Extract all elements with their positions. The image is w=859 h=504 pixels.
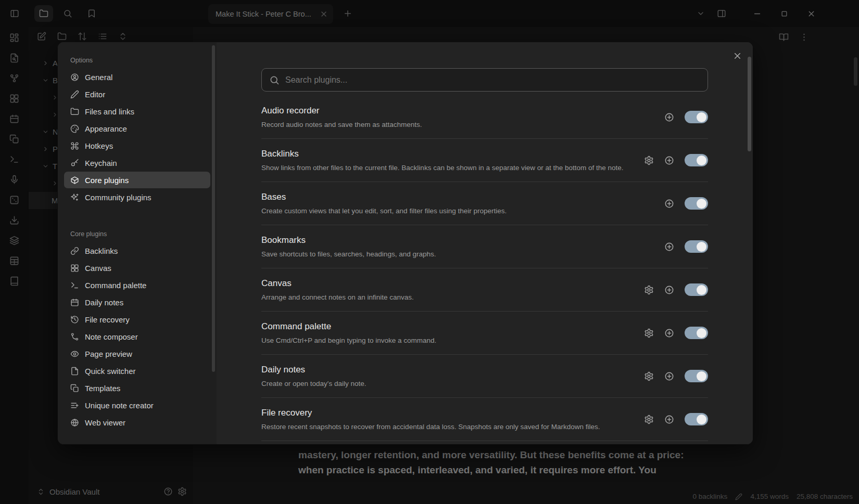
settings-item-files-and-links[interactable]: Files and links [64,103,210,120]
settings-item-label: Web viewer [85,418,125,427]
link-icon [70,247,79,255]
settings-item-keychain[interactable]: Keychain [64,154,210,171]
settings-item-label: Canvas [85,264,111,273]
plus-circle-icon[interactable] [664,112,674,122]
settings-item-hotkeys[interactable]: Hotkeys [64,137,210,154]
settings-sidebar: Options General Editor Files and links A… [58,42,217,444]
pencil-icon [70,90,79,99]
settings-item-templates[interactable]: Templates [64,380,210,396]
settings-item-backlinks[interactable]: Backlinks [64,242,210,259]
settings-item-community-plugins[interactable]: Community plugins [64,189,210,205]
plugin-description: Record audio notes and save them as atta… [261,121,422,128]
user-circle-icon [70,73,79,82]
plugin-name: Backlinks [261,149,624,159]
settings-item-editor[interactable]: Editor [64,86,210,102]
plugin-name: Audio recorder [261,106,422,116]
plugin-toggle-on[interactable] [685,154,708,166]
plugin-settings-gear-icon[interactable] [644,156,654,165]
plus-circle-icon[interactable] [664,285,674,295]
settings-item-general[interactable]: General [64,69,210,85]
plugin-toggle-on[interactable] [685,240,708,253]
terminal-icon [70,281,79,290]
plugin-description: Show links from other files to the curre… [261,164,624,172]
sparkles-icon [70,193,79,202]
plugin-settings-gear-icon[interactable] [644,328,654,338]
section-heading: Core plugins [64,221,210,242]
settings-item-label: Files and links [85,107,134,116]
plus-circle-icon[interactable] [664,371,674,381]
settings-item-label: Page preview [85,350,132,358]
settings-item-web-viewer[interactable]: Web viewer [64,414,210,431]
plugin-description: Create custom views that let you edit, s… [261,207,507,215]
plugin-row-daily-notes: Daily notes Create or open today's daily… [261,355,708,398]
plugin-description: Arrange and connect notes on an infinite… [261,293,414,301]
settings-item-canvas[interactable]: Canvas [64,260,210,276]
settings-section-core-plugins: Core plugins Backlinks Canvas Command pa… [64,221,210,431]
file-icon [70,367,79,376]
settings-item-label: Editor [85,90,105,99]
plugin-row-canvas: Canvas Arrange and connect notes on an i… [261,268,708,312]
settings-item-page-preview[interactable]: Page preview [64,345,210,362]
plugin-description: Restore recent snapshots to recover from… [261,423,600,431]
calendar-icon [70,298,79,307]
plus-circle-icon[interactable] [664,415,674,424]
plugin-settings-gear-icon[interactable] [644,371,654,381]
close-icon [732,51,742,61]
settings-item-label: Hotkeys [85,141,113,150]
box-icon [70,176,79,185]
plugin-search-input[interactable] [285,75,700,85]
plugin-name: Daily notes [261,365,366,375]
settings-item-daily-notes[interactable]: Daily notes [64,294,210,311]
settings-item-file-recovery[interactable]: File recovery [64,311,210,328]
plugin-toggle-on[interactable] [685,413,708,425]
plus-circle-icon[interactable] [664,199,674,209]
settings-sidebar-scrollbar[interactable] [212,45,215,372]
plugin-name: File recovery [261,408,600,418]
section-heading: Options [64,47,210,68]
plugin-name: Command palette [261,321,436,332]
plugin-toggle-on[interactable] [685,370,708,382]
plugin-toggle-on[interactable] [685,327,708,339]
settings-item-unique-note-creator[interactable]: Unique note creator [64,397,210,413]
plugin-toggle-on[interactable] [685,111,708,123]
settings-item-command-palette[interactable]: Command palette [64,277,210,293]
settings-item-note-composer[interactable]: Note composer [64,328,210,345]
search-icon [269,75,280,85]
plugin-name: Bookmarks [261,235,436,245]
plugin-toggle-on[interactable] [685,283,708,296]
settings-item-label: Keychain [85,159,117,167]
settings-item-appearance[interactable]: Appearance [64,120,210,137]
settings-item-label: Backlinks [85,247,118,255]
plus-circle-icon[interactable] [664,328,674,338]
plugin-settings-gear-icon[interactable] [644,285,654,295]
settings-item-quick-switcher[interactable]: Quick switcher [64,363,210,379]
settings-item-label: Daily notes [85,298,123,307]
settings-item-label: Appearance [85,124,127,133]
plugin-toggle-on[interactable] [685,197,708,210]
command-icon [70,141,79,150]
plugin-row-file-recovery: File recovery Restore recent snapshots t… [261,398,708,441]
layout-grid-icon [70,264,79,273]
settings-item-label: File recovery [85,315,130,324]
plugin-row-command-palette: Command palette Use Cmd/Ctrl+P and begin… [261,312,708,355]
globe-icon [70,418,79,427]
settings-content: Audio recorder Record audio notes and sa… [217,42,753,444]
settings-item-label: Note composer [85,332,138,341]
plugin-name: Canvas [261,278,414,289]
list-plus-icon [70,401,79,410]
plus-circle-icon[interactable] [664,156,674,165]
key-icon [70,159,79,167]
settings-content-scrollbar[interactable] [748,57,751,151]
plus-circle-icon[interactable] [664,242,674,252]
plugin-description: Create or open today's daily note. [261,380,366,387]
plugin-name: Bases [261,192,507,202]
settings-item-label: Quick switcher [85,367,136,376]
plugin-settings-gear-icon[interactable] [644,415,654,424]
settings-dialog: Options General Editor Files and links A… [57,42,753,445]
settings-item-core-plugins[interactable]: Core plugins [64,172,210,188]
history-icon [70,315,79,324]
settings-item-label: Core plugins [85,176,129,185]
folder-icon [70,107,79,116]
settings-close-button[interactable] [730,48,744,63]
copy-icon [70,384,79,393]
